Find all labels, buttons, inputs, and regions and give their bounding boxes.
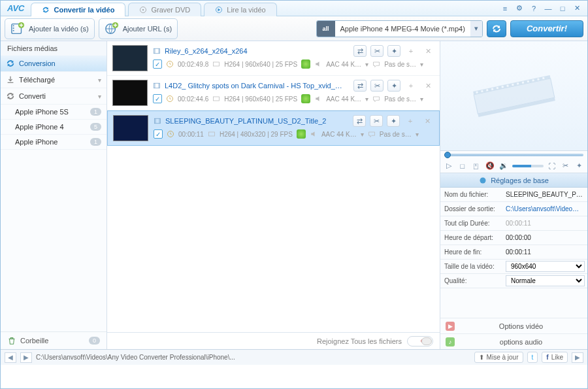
settings-label: Heure de départ: <box>440 234 503 241</box>
svg-rect-27 <box>501 86 504 88</box>
file-name[interactable]: SLEEPING_BEAUTY_PLATINUM_US_D2_Title_2 <box>165 117 349 125</box>
chevron-down-icon[interactable]: ▾ <box>470 20 482 37</box>
settings-value[interactable]: 00:00:00 <box>503 234 587 241</box>
settings-row: Heure de départ:00:00:00 <box>440 231 587 245</box>
main-area: Fichiers médias Conversion Téléchargé ▾ … <box>1 41 587 349</box>
sidebar-item-conversion[interactable]: Conversion <box>1 56 106 72</box>
swap-icon[interactable]: ⇄ <box>353 45 367 57</box>
svg-rect-33 <box>532 79 534 82</box>
tab-convert[interactable]: Convertir la vidéo <box>31 3 125 16</box>
refresh-button[interactable] <box>487 20 506 37</box>
chevron-down-icon[interactable]: ▾ <box>365 95 368 103</box>
sidebar-subitem[interactable]: Apple iPhone 1 <box>1 135 106 150</box>
settings-value[interactable]: SLEEPING_BEAUTY_PLATIN… <box>503 191 587 198</box>
audio-options-row[interactable]: ♪ options audio <box>440 333 587 349</box>
remove-icon[interactable]: ✕ <box>421 115 434 127</box>
phone-icon[interactable] <box>297 129 306 139</box>
seek-handle[interactable] <box>444 152 451 158</box>
nav-right-button[interactable]: ▶ <box>572 352 583 363</box>
cut-button[interactable]: ✂ <box>560 160 571 172</box>
volume-button[interactable]: 🔉 <box>498 160 510 172</box>
file-subtitle: Pas de s… <box>380 131 412 138</box>
button-label: Ajouter URL (s) <box>123 25 172 33</box>
add-icon[interactable]: + <box>404 45 417 57</box>
sidebar-subitem[interactable]: Apple iPhone 4 5 <box>1 120 106 135</box>
volume-slider[interactable] <box>512 165 544 167</box>
chevron-down-icon[interactable]: ▾ <box>361 131 364 138</box>
file-subtitle: Pas de s… <box>384 95 416 103</box>
output-path[interactable]: C:\Users\anvsoft\Videos\Any Video Conver… <box>36 354 470 361</box>
add-icon[interactable]: + <box>404 80 417 92</box>
convert-button[interactable]: Convertir! <box>510 20 583 37</box>
settings-link[interactable]: C:\Users\anvsoft\Video… <box>503 205 587 212</box>
snapshot-button[interactable]: ⍞ <box>470 160 482 172</box>
nav-back-button[interactable]: ◀ <box>5 352 16 363</box>
chevron-down-icon[interactable]: ▾ <box>420 61 423 68</box>
settings-icon[interactable]: ⚙ <box>514 3 525 14</box>
play-button[interactable]: ▷ <box>443 160 454 172</box>
settings-label: Heure de fin: <box>440 248 503 256</box>
settings-row: Nom du fichier:SLEEPING_BEAUTY_PLATIN… <box>440 188 587 202</box>
add-icon[interactable]: + <box>404 115 417 127</box>
seek-bar[interactable] <box>440 151 587 159</box>
output-profile-selector[interactable]: all Apple iPhone 4 MPEG-4 Movie (*.mp4) … <box>316 20 483 37</box>
cut-icon[interactable]: ✂ <box>370 45 384 57</box>
settings-value[interactable]: 00:00:11 <box>503 248 587 256</box>
svg-rect-31 <box>521 81 524 84</box>
file-name[interactable]: Riley_6_x264_x264_x264 <box>165 47 350 55</box>
file-name[interactable]: L4D2_ Glitchy spots on Dark Carnival - H… <box>165 82 350 90</box>
chevron-down-icon[interactable]: ▾ <box>420 95 423 103</box>
sidebar-item-downloaded[interactable]: Téléchargé ▾ <box>1 72 106 88</box>
effects-button[interactable]: ✦ <box>574 160 585 172</box>
settings-select[interactable]: 960x640 <box>506 261 585 272</box>
crop-button[interactable]: ⛶ <box>546 160 557 172</box>
phone-icon[interactable] <box>301 59 310 69</box>
file-checkbox[interactable]: ✓ <box>153 59 162 69</box>
settings-label: Taille de la vidéo: <box>440 263 503 270</box>
swap-icon[interactable]: ⇄ <box>353 115 366 127</box>
file-row[interactable]: SLEEPING_BEAUTY_PLATINUM_US_D2_Title_2 ⇄… <box>107 110 440 146</box>
merge-toggle[interactable]: OFF <box>407 336 433 347</box>
app-logo: AVC <box>1 3 31 13</box>
add-video-button[interactable]: Ajouter la vidéo (s) <box>5 18 95 39</box>
effects-icon[interactable]: ✦ <box>387 80 400 92</box>
sidebar-item-label: Téléchargé <box>19 76 55 84</box>
chevron-down-icon: ▾ <box>98 93 101 100</box>
twitter-button[interactable]: t <box>527 352 538 363</box>
tab-play[interactable]: Lire la vidéo <box>204 3 276 16</box>
sidebar-subitem[interactable]: Apple iPhone 5S 1 <box>1 105 106 120</box>
effects-icon[interactable]: ✦ <box>387 45 400 57</box>
sidebar-trash[interactable]: Corbeille 0 <box>1 331 106 349</box>
swap-icon[interactable]: ⇄ <box>353 80 367 92</box>
mute-button[interactable]: 🔇 <box>485 160 496 172</box>
cut-icon[interactable]: ✂ <box>370 80 384 92</box>
add-url-button[interactable]: Ajouter URL (s) <box>99 18 178 39</box>
facebook-like-button[interactable]: fLike <box>542 352 568 363</box>
dvd-icon <box>139 6 147 14</box>
chevron-down-icon[interactable]: ▾ <box>416 131 419 138</box>
cut-icon[interactable]: ✂ <box>370 115 383 127</box>
help-icon[interactable]: ? <box>529 3 539 14</box>
file-row[interactable]: L4D2_ Glitchy spots on Dark Carnival - H… <box>107 76 440 110</box>
maximize-button[interactable]: □ <box>557 3 568 14</box>
remove-icon[interactable]: ✕ <box>421 45 434 57</box>
stop-button[interactable]: □ <box>457 160 468 172</box>
subtitle-icon <box>372 60 380 68</box>
tab-dvd[interactable]: Graver DVD <box>128 3 201 16</box>
file-row[interactable]: Riley_6_x264_x264_x264 ⇄ ✂ ✦ + ✕ ✓ 00:02… <box>107 41 440 76</box>
audio-options-label: options audio <box>460 338 582 346</box>
sidebar-item-converted[interactable]: Converti ▾ <box>1 88 106 105</box>
close-button[interactable]: ✕ <box>572 3 582 14</box>
menu-icon[interactable]: ≡ <box>500 3 510 14</box>
effects-icon[interactable]: ✦ <box>387 115 400 127</box>
nav-fwd-button[interactable]: ▶ <box>20 352 32 363</box>
chevron-down-icon[interactable]: ▾ <box>365 61 368 68</box>
phone-icon[interactable] <box>301 94 310 103</box>
minimize-button[interactable]: — <box>543 3 553 14</box>
file-checkbox[interactable]: ✓ <box>153 94 162 103</box>
update-button[interactable]: ⬆Mise à jour <box>474 352 523 363</box>
remove-icon[interactable]: ✕ <box>421 80 434 92</box>
settings-select[interactable]: Normale <box>506 275 585 286</box>
file-checkbox[interactable]: ✓ <box>154 129 163 139</box>
video-options-row[interactable]: ▶ Options vidéo <box>440 318 587 333</box>
